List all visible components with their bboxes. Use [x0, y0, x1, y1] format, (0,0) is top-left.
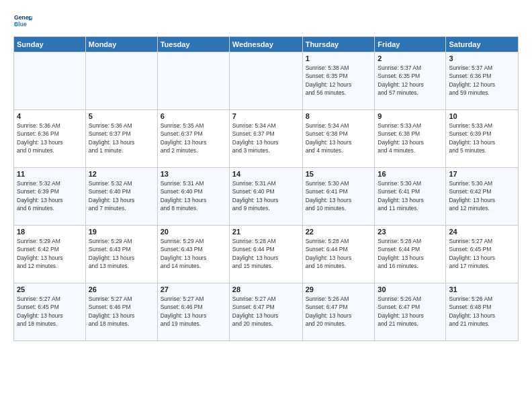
day-number: 31 [449, 285, 515, 293]
day-number: 7 [232, 112, 300, 120]
calendar-day-cell: 28Sunrise: 5:27 AM Sunset: 6:47 PM Dayli… [229, 283, 302, 341]
day-info: Sunrise: 5:33 AM Sunset: 6:39 PM Dayligh… [449, 122, 515, 154]
calendar-day-cell: 6Sunrise: 5:35 AM Sunset: 6:37 PM Daylig… [157, 110, 229, 168]
weekday-header: Sunday [14, 37, 86, 52]
calendar-day-cell: 24Sunrise: 5:27 AM Sunset: 6:45 PM Dayli… [446, 226, 519, 283]
day-info: Sunrise: 5:26 AM Sunset: 6:47 PM Dayligh… [306, 295, 372, 328]
day-number: 12 [89, 170, 154, 178]
day-number: 14 [232, 170, 300, 178]
day-number: 29 [306, 285, 372, 293]
day-info: Sunrise: 5:30 AM Sunset: 6:41 PM Dayligh… [378, 179, 443, 212]
day-number: 26 [89, 285, 154, 293]
day-info: Sunrise: 5:27 AM Sunset: 6:46 PM Dayligh… [89, 295, 154, 328]
day-info: Sunrise: 5:29 AM Sunset: 6:43 PM Dayligh… [89, 237, 154, 270]
day-info: Sunrise: 5:26 AM Sunset: 6:47 PM Dayligh… [378, 295, 443, 328]
calendar-day-cell: 9Sunrise: 5:33 AM Sunset: 6:38 PM Daylig… [375, 110, 446, 168]
logo-icon: General Blue [13, 12, 32, 31]
day-number: 4 [17, 112, 83, 120]
calendar-day-cell: 7Sunrise: 5:34 AM Sunset: 6:37 PM Daylig… [229, 110, 302, 168]
day-number: 17 [449, 170, 515, 178]
day-number: 30 [378, 285, 443, 293]
calendar-day-cell: 23Sunrise: 5:28 AM Sunset: 6:44 PM Dayli… [375, 226, 446, 283]
day-info: Sunrise: 5:29 AM Sunset: 6:43 PM Dayligh… [161, 237, 226, 270]
day-info: Sunrise: 5:28 AM Sunset: 6:44 PM Dayligh… [306, 237, 372, 270]
day-number: 13 [161, 170, 226, 178]
svg-text:Blue: Blue [14, 21, 27, 28]
calendar-day-cell: 13Sunrise: 5:31 AM Sunset: 6:40 PM Dayli… [157, 168, 229, 226]
day-info: Sunrise: 5:34 AM Sunset: 6:37 PM Dayligh… [232, 122, 300, 154]
day-info: Sunrise: 5:35 AM Sunset: 6:37 PM Dayligh… [161, 122, 226, 154]
day-number: 3 [449, 54, 515, 62]
calendar-day-cell [229, 52, 302, 110]
calendar-day-cell: 19Sunrise: 5:29 AM Sunset: 6:43 PM Dayli… [85, 226, 157, 283]
calendar-week-row: 1Sunrise: 5:38 AM Sunset: 6:35 PM Daylig… [14, 52, 519, 110]
calendar-day-cell: 20Sunrise: 5:29 AM Sunset: 6:43 PM Dayli… [157, 226, 229, 283]
day-number: 22 [306, 228, 372, 236]
calendar-day-cell: 31Sunrise: 5:26 AM Sunset: 6:48 PM Dayli… [446, 283, 519, 341]
day-info: Sunrise: 5:31 AM Sunset: 6:40 PM Dayligh… [161, 179, 226, 212]
day-number: 27 [161, 285, 226, 293]
calendar-day-cell: 10Sunrise: 5:33 AM Sunset: 6:39 PM Dayli… [446, 110, 519, 168]
day-number: 15 [306, 170, 372, 178]
calendar-day-cell: 2Sunrise: 5:37 AM Sunset: 6:35 PM Daylig… [375, 52, 446, 110]
day-number: 10 [449, 112, 515, 120]
calendar-day-cell: 5Sunrise: 5:36 AM Sunset: 6:37 PM Daylig… [85, 110, 157, 168]
calendar-day-cell: 8Sunrise: 5:34 AM Sunset: 6:38 PM Daylig… [302, 110, 375, 168]
day-number: 19 [89, 228, 154, 236]
day-number: 6 [161, 112, 226, 120]
calendar-day-cell [157, 52, 229, 110]
day-info: Sunrise: 5:27 AM Sunset: 6:45 PM Dayligh… [17, 295, 83, 328]
logo: General Blue [13, 12, 35, 31]
day-number: 8 [306, 112, 372, 120]
calendar-day-cell: 30Sunrise: 5:26 AM Sunset: 6:47 PM Dayli… [375, 283, 446, 341]
weekday-header: Monday [85, 37, 157, 52]
day-info: Sunrise: 5:27 AM Sunset: 6:45 PM Dayligh… [449, 237, 515, 270]
day-info: Sunrise: 5:30 AM Sunset: 6:41 PM Dayligh… [306, 179, 372, 212]
day-number: 11 [17, 170, 83, 178]
day-number: 2 [378, 54, 443, 62]
day-info: Sunrise: 5:36 AM Sunset: 6:36 PM Dayligh… [17, 122, 83, 154]
weekday-header: Tuesday [157, 37, 229, 52]
calendar-week-row: 11Sunrise: 5:32 AM Sunset: 6:39 PM Dayli… [14, 168, 519, 226]
day-info: Sunrise: 5:26 AM Sunset: 6:48 PM Dayligh… [449, 295, 515, 328]
calendar-header-row: SundayMondayTuesdayWednesdayThursdayFrid… [14, 37, 519, 52]
weekday-header: Thursday [302, 37, 375, 52]
day-info: Sunrise: 5:37 AM Sunset: 6:35 PM Dayligh… [378, 64, 443, 97]
calendar-day-cell: 1Sunrise: 5:38 AM Sunset: 6:35 PM Daylig… [302, 52, 375, 110]
day-info: Sunrise: 5:37 AM Sunset: 6:36 PM Dayligh… [449, 64, 515, 97]
calendar-day-cell: 15Sunrise: 5:30 AM Sunset: 6:41 PM Dayli… [302, 168, 375, 226]
calendar-day-cell: 17Sunrise: 5:30 AM Sunset: 6:42 PM Dayli… [446, 168, 519, 226]
day-info: Sunrise: 5:32 AM Sunset: 6:40 PM Dayligh… [89, 179, 154, 212]
calendar-day-cell: 11Sunrise: 5:32 AM Sunset: 6:39 PM Dayli… [14, 168, 86, 226]
weekday-header: Friday [375, 37, 446, 52]
calendar-day-cell: 27Sunrise: 5:27 AM Sunset: 6:46 PM Dayli… [157, 283, 229, 341]
calendar-day-cell: 21Sunrise: 5:28 AM Sunset: 6:44 PM Dayli… [229, 226, 302, 283]
day-info: Sunrise: 5:31 AM Sunset: 6:40 PM Dayligh… [232, 179, 300, 212]
calendar-day-cell: 29Sunrise: 5:26 AM Sunset: 6:47 PM Dayli… [302, 283, 375, 341]
day-number: 18 [17, 228, 83, 236]
day-number: 16 [378, 170, 443, 178]
day-number: 25 [17, 285, 83, 293]
calendar-day-cell: 26Sunrise: 5:27 AM Sunset: 6:46 PM Dayli… [85, 283, 157, 341]
day-number: 1 [306, 54, 372, 62]
calendar: SundayMondayTuesdayWednesdayThursdayFrid… [13, 36, 519, 341]
day-number: 20 [161, 228, 226, 236]
day-number: 24 [449, 228, 515, 236]
day-info: Sunrise: 5:28 AM Sunset: 6:44 PM Dayligh… [378, 237, 443, 270]
calendar-day-cell: 14Sunrise: 5:31 AM Sunset: 6:40 PM Dayli… [229, 168, 302, 226]
day-number: 23 [378, 228, 443, 236]
weekday-header: Wednesday [229, 37, 302, 52]
calendar-day-cell [14, 52, 86, 110]
calendar-day-cell: 3Sunrise: 5:37 AM Sunset: 6:36 PM Daylig… [446, 52, 519, 110]
day-info: Sunrise: 5:28 AM Sunset: 6:44 PM Dayligh… [232, 237, 300, 270]
day-number: 28 [232, 285, 300, 293]
calendar-day-cell: 18Sunrise: 5:29 AM Sunset: 6:42 PM Dayli… [14, 226, 86, 283]
day-info: Sunrise: 5:34 AM Sunset: 6:38 PM Dayligh… [306, 122, 372, 154]
day-info: Sunrise: 5:27 AM Sunset: 6:46 PM Dayligh… [161, 295, 226, 328]
calendar-day-cell: 22Sunrise: 5:28 AM Sunset: 6:44 PM Dayli… [302, 226, 375, 283]
day-number: 9 [378, 112, 443, 120]
day-info: Sunrise: 5:32 AM Sunset: 6:39 PM Dayligh… [17, 179, 83, 212]
header: General Blue [13, 12, 519, 31]
day-info: Sunrise: 5:36 AM Sunset: 6:37 PM Dayligh… [89, 122, 154, 154]
calendar-day-cell: 16Sunrise: 5:30 AM Sunset: 6:41 PM Dayli… [375, 168, 446, 226]
